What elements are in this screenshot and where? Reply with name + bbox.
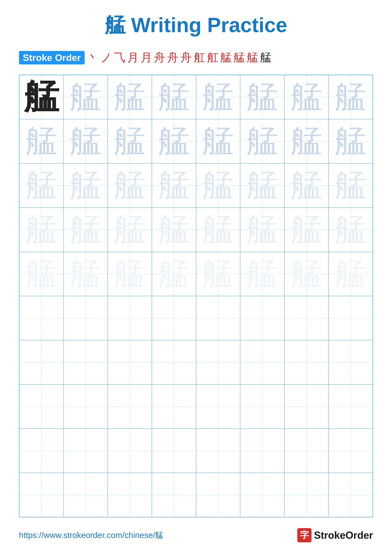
cell-4-2: 艋: [64, 208, 107, 252]
cell-5-7: 艋: [284, 252, 328, 296]
cell-7-2: [64, 340, 107, 384]
char-light: 艋: [114, 164, 145, 207]
cell-10-5: [196, 473, 240, 517]
char-medium: 艋: [202, 120, 234, 163]
page: 艋 Writing Practice Stroke Order 丶 ノ ⺄ 月 …: [0, 0, 392, 555]
cell-4-8: 艋: [328, 208, 373, 252]
cell-9-4: [152, 429, 196, 473]
char-medium: 艋: [202, 76, 234, 118]
char-medium: 艋: [158, 120, 190, 163]
cell-7-5: [196, 340, 240, 384]
char-lightest: 艋: [202, 253, 234, 295]
cell-7-4: [152, 340, 196, 384]
cell-1-8: 艋: [328, 75, 373, 119]
cell-5-4: 艋: [152, 252, 196, 296]
char-medium: 艋: [247, 120, 278, 163]
cell-10-2: [64, 473, 107, 517]
char-medium: 艋: [70, 76, 101, 118]
stroke-10: 舡: [206, 50, 219, 65]
char-lightest: 艋: [70, 253, 101, 295]
cell-2-8: 艋: [328, 119, 373, 163]
cell-7-6: [240, 340, 284, 384]
stroke-12: 艋: [233, 50, 246, 65]
cell-10-4: [152, 473, 196, 517]
cell-6-6: [240, 296, 284, 340]
footer: https://www.strokeorder.com/chinese/艋 字 …: [19, 528, 373, 542]
cell-2-2: 艋: [64, 119, 107, 163]
char-medium: 艋: [26, 120, 57, 163]
grid-row-1: 艋 艋 艋 艋 艋 艋 艋 艋: [19, 75, 373, 119]
cell-4-7: 艋: [284, 208, 328, 252]
stroke-order-section: Stroke Order 丶 ノ ⺄ 月 月 舟 舟 舟 舡 舡 艋 艋 艋 艋: [19, 50, 373, 65]
cell-10-1: [19, 473, 64, 517]
char-medium: 艋: [291, 120, 322, 163]
cell-6-5: [196, 296, 240, 340]
cell-8-7: [284, 384, 328, 429]
char-dark: 艋: [24, 75, 59, 119]
stroke-13: 艋: [246, 50, 259, 65]
cell-1-2: 艋: [64, 75, 107, 119]
char-light: 艋: [202, 164, 234, 207]
cell-10-3: [108, 473, 152, 517]
cell-2-3: 艋: [108, 119, 152, 163]
cell-2-5: 艋: [196, 119, 240, 163]
practice-grid: 艋 艋 艋 艋 艋 艋 艋 艋: [19, 75, 373, 517]
char-lighter: 艋: [26, 208, 57, 251]
char-medium: 艋: [70, 120, 101, 163]
stroke-14: 艋: [259, 50, 272, 65]
cell-5-1: 艋: [19, 252, 64, 296]
char-medium: 艋: [335, 76, 366, 118]
footer-url[interactable]: https://www.strokeorder.com/chinese/艋: [19, 530, 163, 541]
cell-5-3: 艋: [108, 252, 152, 296]
stroke-order-label: Stroke Order: [19, 51, 85, 64]
grid-row-8: [19, 384, 373, 429]
char-lighter: 艋: [291, 208, 322, 251]
cell-6-8: [328, 296, 373, 340]
char-medium: 艋: [247, 76, 278, 118]
cell-1-6: 艋: [240, 75, 284, 119]
cell-2-6: 艋: [240, 119, 284, 163]
char-lighter: 艋: [335, 208, 366, 251]
cell-10-7: [284, 473, 328, 517]
cell-6-1: [19, 296, 64, 340]
cell-5-2: 艋: [64, 252, 107, 296]
cell-9-2: [64, 429, 107, 473]
cell-4-3: 艋: [108, 208, 152, 252]
char-lightest: 艋: [335, 253, 366, 295]
char-lightest: 艋: [247, 253, 278, 295]
char-medium: 艋: [335, 120, 366, 163]
cell-8-8: [328, 384, 373, 429]
cell-1-1: 艋: [19, 75, 64, 119]
brand-icon: 字: [297, 528, 312, 542]
char-light: 艋: [70, 164, 101, 207]
cell-1-5: 艋: [196, 75, 240, 119]
cell-3-6: 艋: [240, 163, 284, 208]
grid-row-5: 艋 艋 艋 艋 艋 艋 艋 艋: [19, 252, 373, 296]
cell-8-1: [19, 384, 64, 429]
char-medium: 艋: [291, 76, 322, 118]
brand-text: StrokeOrder: [314, 529, 373, 541]
char-lighter: 艋: [114, 208, 145, 251]
char-light: 艋: [26, 164, 57, 207]
grid-row-4: 艋 艋 艋 艋 艋 艋 艋 艋: [19, 208, 373, 252]
stroke-1: 丶: [86, 50, 100, 65]
stroke-4: 月: [126, 50, 140, 65]
char-lightest: 艋: [114, 253, 145, 295]
cell-7-3: [108, 340, 152, 384]
stroke-8: 舟: [179, 50, 193, 65]
cell-5-8: 艋: [328, 252, 373, 296]
cell-7-7: [284, 340, 328, 384]
cell-3-4: 艋: [152, 163, 196, 208]
cell-6-2: [64, 296, 107, 340]
stroke-9: 舡: [193, 50, 206, 65]
cell-1-3: 艋: [108, 75, 152, 119]
cell-9-1: [19, 429, 64, 473]
cell-9-8: [328, 429, 373, 473]
stroke-5: 月: [140, 50, 153, 65]
cell-3-2: 艋: [64, 163, 107, 208]
grid-row-6: [19, 296, 373, 340]
stroke-sequence: 丶 ノ ⺄ 月 月 舟 舟 舟 舡 舡 艋 艋 艋 艋: [86, 50, 272, 65]
char-light: 艋: [291, 164, 322, 207]
cell-3-5: 艋: [196, 163, 240, 208]
cell-2-4: 艋: [152, 119, 196, 163]
